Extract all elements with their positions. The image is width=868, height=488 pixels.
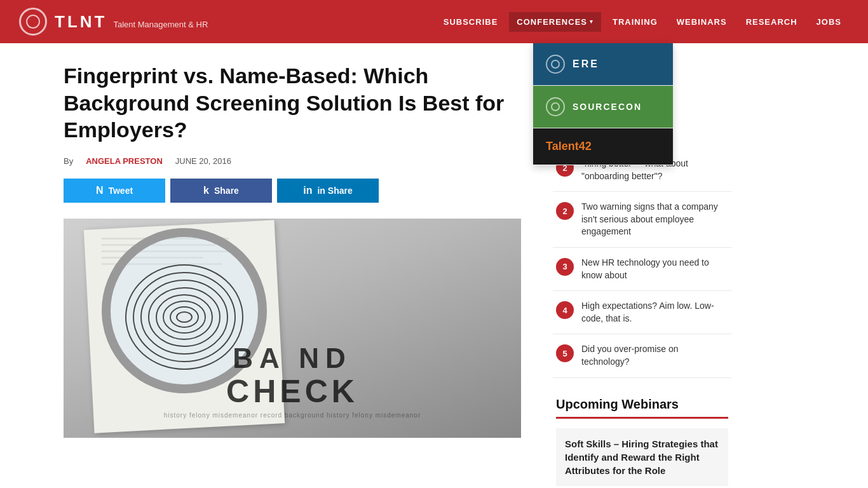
ere-circle-icon: [546, 55, 565, 74]
logo-circle-icon: [19, 8, 47, 36]
popular-item-4: 4 High expectations? Aim low. Low-code, …: [553, 291, 731, 334]
conf-ere-item[interactable]: ERE: [533, 43, 673, 86]
conf-talent42-item[interactable]: Talent42: [533, 128, 673, 165]
popular-num-2: 2: [556, 202, 574, 220]
article-meta: By ANGELA PRESTON JUNE 20, 2016: [64, 156, 527, 166]
chevron-down-icon: ▾: [590, 18, 593, 25]
popular-item-3: 3 New HR technology you need to know abo…: [553, 248, 731, 291]
image-check-text: CHECK: [64, 374, 521, 409]
social-buttons: N Tweet k Share in in Share: [64, 179, 527, 203]
popular-num-5: 5: [556, 344, 574, 362]
popular-text-2[interactable]: Two warning signs that a company isn't s…: [581, 201, 728, 238]
sourcecon-circle-icon: [546, 97, 565, 116]
linkedin-icon: in: [303, 185, 312, 196]
svg-point-1: [170, 307, 198, 327]
webinars-divider: [556, 417, 728, 419]
logo-area: TLNT Talent Management & HR: [19, 8, 436, 36]
logo-inner-circle-icon: [26, 15, 40, 29]
image-ba-nd-text: BA ND: [64, 343, 521, 374]
linkedin-label: in Share: [317, 186, 352, 196]
logo-tagline: Talent Management & HR: [113, 20, 208, 29]
popular-text-4[interactable]: High expectations? Aim low. Low-code, th…: [581, 300, 728, 325]
popular-item-5: 5 Did you over-promise on technology?: [553, 334, 731, 377]
popular-item-2: 2 Two warning signs that a company isn't…: [553, 192, 731, 248]
popular-num-3: 3: [556, 258, 574, 276]
popular-text-5[interactable]: Did you over-promise on technology?: [581, 343, 728, 368]
logo-text: TLNT Talent Management & HR: [55, 12, 208, 32]
webinars-section: Upcoming Webinars Soft Skills – Hiring S…: [553, 384, 731, 486]
twitter-label: Tweet: [108, 186, 133, 196]
webinar-card-title: Soft Skills – Hiring Strategies that Ide…: [565, 437, 719, 477]
svg-point-4: [149, 288, 220, 346]
conferences-dropdown: ERE SOURCECON Talent42: [533, 43, 673, 165]
svg-point-5: [141, 280, 227, 354]
linkedin-share-button[interactable]: in in Share: [277, 179, 379, 203]
facebook-share-button[interactable]: k Share: [170, 179, 272, 203]
nav-jobs[interactable]: JOBS: [809, 12, 849, 32]
nav-training[interactable]: TRAINING: [605, 12, 665, 32]
talent42-label: Talent42: [546, 140, 592, 153]
nav-subscribe[interactable]: SUBSCRIBE: [436, 12, 506, 32]
twitter-share-button[interactable]: N Tweet: [64, 179, 165, 203]
webinar-card[interactable]: Soft Skills – Hiring Strategies that Ide…: [556, 428, 728, 486]
site-header: TLNT Talent Management & HR SUBSCRIBE CO…: [0, 0, 868, 43]
sourcecon-label: SOURCECON: [573, 102, 642, 112]
nav-research[interactable]: RESEARCH: [738, 12, 805, 32]
logo-tlnt: TLNT: [55, 12, 107, 32]
article-date: JUNE 20, 2016: [175, 156, 231, 166]
conf-sourcecon-item[interactable]: SOURCECON: [533, 86, 673, 128]
svg-point-0: [177, 312, 192, 322]
twitter-icon: N: [96, 185, 104, 196]
svg-point-2: [163, 301, 205, 333]
nav-conferences[interactable]: CONFERENCES ▾: [509, 12, 601, 32]
article-title: Fingerprint vs. Name-Based: Which Backgr…: [64, 62, 527, 144]
nav-webinars[interactable]: WEBINARS: [669, 12, 735, 32]
article-area: Fingerprint vs. Name-Based: Which Backgr…: [0, 43, 553, 488]
ere-label: ERE: [573, 58, 599, 70]
by-label: By: [64, 156, 73, 166]
popular-num-4: 4: [556, 301, 574, 319]
share-icon: k: [203, 185, 209, 196]
image-small-text: history felony misdemeanor record backgr…: [64, 412, 521, 419]
share-label: Share: [214, 186, 239, 196]
webinars-title: Upcoming Webinars: [556, 397, 728, 412]
article-author[interactable]: ANGELA PRESTON: [86, 156, 163, 166]
main-nav: SUBSCRIBE CONFERENCES ▾ TRAINING WEBINAR…: [436, 12, 849, 32]
popular-text-3[interactable]: New HR technology you need to know about: [581, 257, 728, 281]
article-image: BA ND CHECK history felony misdemeanor r…: [64, 219, 521, 438]
main-layout: Fingerprint vs. Name-Based: Which Backgr…: [0, 43, 868, 488]
